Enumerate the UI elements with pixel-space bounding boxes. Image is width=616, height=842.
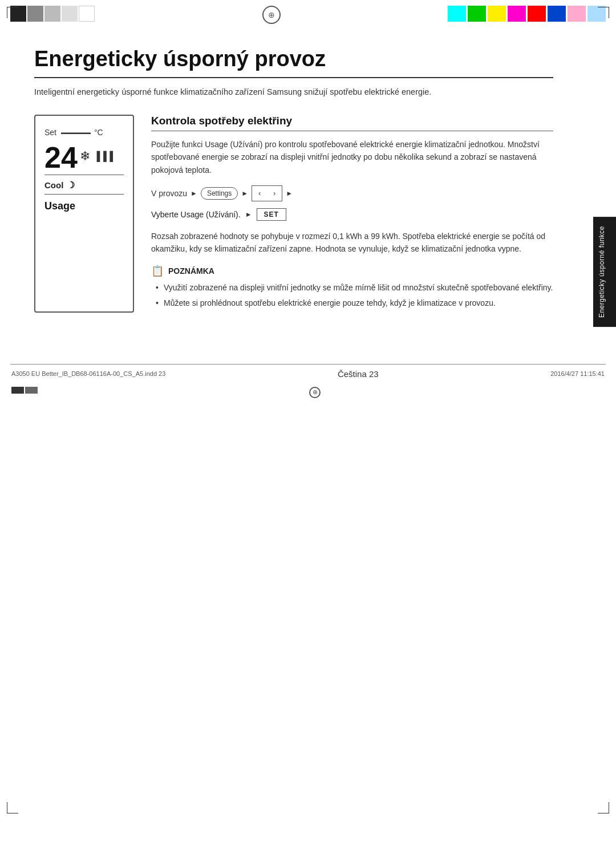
section-body1: Použijte funkci Usage (Užívání) pro kont… — [151, 138, 553, 176]
bottom-sq-1 — [11, 387, 24, 394]
display-deg-symbol: °C — [94, 128, 103, 137]
color-bar-red — [528, 6, 546, 22]
step2-arrow: ► — [245, 211, 252, 218]
reg-square-3 — [44, 6, 60, 22]
display-panel: Set —— °C 24 ❄ ▐▐▐ Cool ☽ Usage — [34, 115, 134, 313]
step2-label: Vyberte Usage (Užívání). — [151, 210, 241, 219]
side-tab: Energeticky úsporné funkce — [593, 217, 616, 327]
display-usage-label: Usage — [44, 200, 124, 212]
note-item-2: Můžete si prohlédnout spotřebu elektrick… — [156, 297, 553, 309]
snowflake-icon: ❄ — [80, 149, 90, 164]
page-title: Energeticky úsporný provoz — [34, 47, 553, 78]
display-temperature-row: 24 ❄ ▐▐▐ — [44, 143, 124, 172]
reg-circle: ⊕ — [262, 6, 281, 24]
display-cool-label: Cool — [44, 180, 63, 190]
display-temperature: 24 — [44, 143, 78, 172]
top-bar: ⊕ — [0, 0, 616, 30]
top-center-reg: ⊕ — [262, 6, 281, 24]
main-content: Energeticky úsporný provoz Inteligentní … — [0, 30, 587, 341]
step1-arrow2: ► — [241, 189, 248, 197]
fan-icon: ☽ — [67, 180, 75, 191]
nav-button-group: ‹ › — [252, 185, 282, 201]
footer-page-number: 23 — [369, 369, 379, 379]
set-button: SET — [257, 208, 286, 221]
color-bar-green — [468, 6, 486, 22]
color-bar-yellow — [488, 6, 506, 22]
footer: A3050 EU Better_IB_DB68-06116A-00_CS_A5.… — [0, 365, 616, 383]
footer-file: A3050 EU Better_IB_DB68-06116A-00_CS_A5.… — [11, 370, 165, 377]
footer-page-label: Čeština — [338, 369, 367, 379]
note-box: 📋 POZNÁMKA Využití zobrazené na displeji… — [151, 265, 553, 309]
crop-mark-tl — [7, 7, 18, 18]
crop-mark-bl — [7, 802, 18, 813]
note-header-label: POZNÁMKA — [168, 266, 214, 276]
section-body2: Rozsah zobrazené hodnoty se pohybuje v r… — [151, 230, 553, 256]
display-set-label: Set — [44, 128, 56, 137]
nav-left-button[interactable]: ‹ — [252, 186, 267, 201]
footer-timestamp: 2016/4/27 11:15:41 — [550, 370, 605, 377]
display-icons: ❄ ▐▐▐ — [80, 149, 113, 164]
step1-diagram: V provozu ► Settings ► ‹ › ► — [151, 185, 553, 201]
color-bar-cyan — [448, 6, 466, 22]
section-title: Kontrola spotřeby elektřiny — [151, 115, 553, 131]
settings-button: Settings — [201, 187, 238, 200]
bottom-right-spacer — [592, 387, 605, 394]
color-bar-blue — [548, 6, 566, 22]
step2-diagram: Vyberte Usage (Užívání). ► SET — [151, 208, 553, 221]
note-item-1: Využití zobrazené na displeji vnitřní je… — [156, 282, 553, 294]
display-divider-1 — [44, 175, 124, 175]
nav-right-button[interactable]: › — [267, 186, 282, 201]
bottom-sq-2 — [25, 387, 38, 394]
bottom-left-squares — [11, 387, 38, 398]
note-header: 📋 POZNÁMKA — [151, 265, 553, 277]
two-column-layout: Set —— °C 24 ❄ ▐▐▐ Cool ☽ Usage — [34, 115, 553, 313]
color-bars — [448, 6, 606, 22]
reg-square-4 — [62, 6, 78, 22]
signal-bars-icon: ▐▐▐ — [94, 151, 113, 161]
display-divider-2 — [44, 194, 124, 195]
step1-label: V provozu — [151, 189, 187, 198]
display-cool-row: Cool ☽ — [44, 180, 124, 191]
bottom-center-reg: ⊕ — [309, 387, 321, 398]
color-bar-magenta — [508, 6, 526, 22]
bottom-marks: ⊕ — [0, 383, 616, 402]
display-set-row: Set —— °C — [44, 124, 124, 141]
reg-marks-left — [10, 6, 95, 22]
right-col: Kontrola spotřeby elektřiny Použijte fun… — [151, 115, 553, 313]
reg-square-2 — [27, 6, 43, 22]
note-icon: 📋 — [151, 265, 164, 277]
side-tab-label: Energeticky úsporné funkce — [598, 226, 606, 318]
display-temp-line: —— — [61, 124, 91, 141]
reg-square-5 — [79, 6, 95, 22]
crop-mark-br — [598, 802, 609, 813]
color-bar-pink — [568, 6, 586, 22]
step1-arrow1: ► — [191, 189, 197, 197]
step1-arrow3: ► — [286, 189, 293, 197]
intro-text: Inteligentní energeticky úsporné funkce … — [34, 86, 553, 99]
note-list: Využití zobrazené na displeji vnitřní je… — [151, 282, 553, 309]
reg-squares — [10, 6, 95, 22]
crop-mark-tr — [598, 7, 609, 18]
footer-page: Čeština 23 — [338, 369, 379, 379]
